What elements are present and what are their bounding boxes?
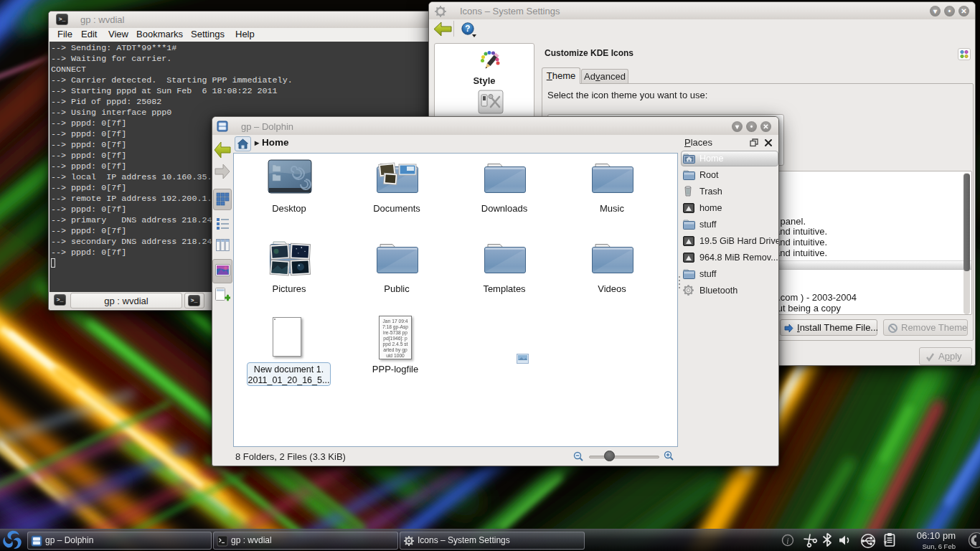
svg-text:?: ? xyxy=(465,24,470,34)
svg-text:i: i xyxy=(786,536,788,546)
